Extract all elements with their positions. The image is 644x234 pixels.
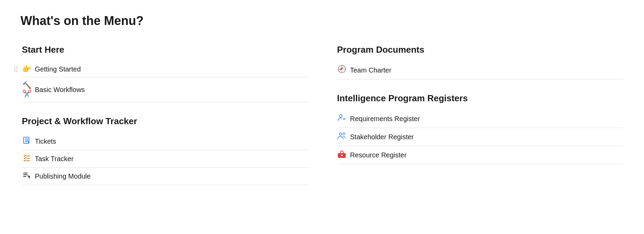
publishing-module-icon	[22, 171, 31, 181]
svg-point-9	[339, 115, 342, 117]
list-item[interactable]: Requirements Register	[337, 110, 624, 128]
stakeholder-register-icon	[337, 131, 347, 142]
page-title: What's on the Menu?	[20, 14, 624, 28]
requirements-register-label: Requirements Register	[350, 115, 420, 123]
team-charter-icon	[337, 65, 347, 76]
requirements-register-icon	[337, 113, 347, 124]
list-item[interactable]: Publishing Module	[22, 168, 308, 185]
svg-point-10	[339, 133, 342, 135]
tickets-label: Tickets	[35, 138, 56, 145]
task-tracker-icon	[22, 154, 31, 164]
section-title-intelligence-program-registers: Intelligence Program Registers	[337, 93, 624, 104]
right-column: Program Documents Team Charter	[336, 44, 624, 199]
section-title-program-documents: Program Documents	[337, 44, 624, 55]
tickets-icon	[22, 136, 31, 146]
list-item[interactable]: Task Tracker	[22, 150, 308, 168]
publishing-module-label: Publishing Module	[35, 172, 90, 180]
resource-register-icon	[337, 150, 347, 160]
menu-list-start-here: 👉 Getting Started 🔨✂️ Basic Workflows	[22, 61, 308, 102]
content-grid: Start Here 👉 Getting Started 🔨✂️	[20, 44, 624, 199]
getting-started-icon: 👉	[22, 65, 31, 74]
task-tracker-label: Task Tracker	[35, 155, 73, 163]
menu-list-intelligence-registers: Requirements Register Stakeholder Regist…	[337, 110, 624, 164]
list-item[interactable]: Team Charter	[337, 61, 624, 79]
basic-workflows-icon: 🔨✂️	[22, 81, 31, 99]
svg-rect-14	[341, 155, 343, 156]
list-item[interactable]: Resource Register	[337, 146, 624, 164]
section-intelligence-program-registers: Intelligence Program Registers Requireme…	[337, 93, 624, 164]
list-item[interactable]: Stakeholder Register	[337, 128, 624, 146]
getting-started-label: Getting Started	[35, 65, 81, 73]
drag-handle-icon	[14, 67, 17, 72]
stakeholder-register-label: Stakeholder Register	[350, 133, 414, 141]
section-title-project-workflow-tracker: Project & Workflow Tracker	[22, 116, 308, 127]
section-project-workflow-tracker: Project & Workflow Tracker Tickets	[22, 116, 308, 185]
svg-point-11	[343, 133, 345, 135]
section-title-start-here: Start Here	[22, 44, 308, 55]
resource-register-label: Resource Register	[350, 151, 407, 159]
list-item[interactable]: 🔨✂️ Basic Workflows	[22, 77, 308, 102]
list-item[interactable]: Tickets	[22, 133, 308, 150]
menu-list-program-documents: Team Charter	[337, 61, 624, 79]
basic-workflows-label: Basic Workflows	[35, 86, 85, 94]
section-start-here: Start Here 👉 Getting Started 🔨✂️	[22, 44, 308, 102]
list-item[interactable]: 👉 Getting Started	[22, 61, 308, 77]
menu-list-project-workflow: Tickets Task Tracker	[22, 133, 308, 185]
team-charter-label: Team Charter	[350, 66, 391, 74]
left-column: Start Here 👉 Getting Started 🔨✂️	[20, 44, 308, 199]
section-program-documents: Program Documents Team Charter	[337, 44, 624, 79]
